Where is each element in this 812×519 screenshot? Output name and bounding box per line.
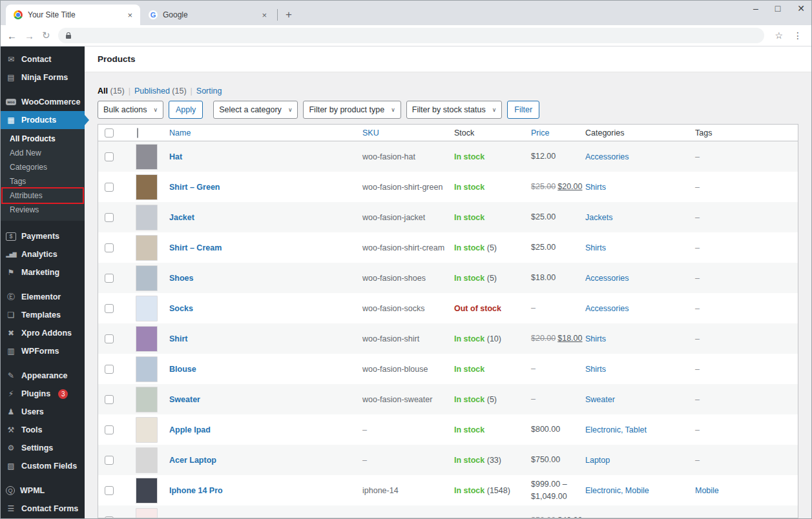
product-name-link[interactable]: Acer Laptop (169, 456, 216, 465)
product-name-link[interactable]: Socks (169, 304, 193, 313)
view-sorting[interactable]: Sorting (196, 86, 222, 96)
filter-button[interactable]: Filter (507, 101, 539, 119)
row-checkbox[interactable] (105, 365, 114, 374)
product-name-link[interactable]: Shirt – Green (169, 183, 220, 192)
column-header-name[interactable]: Name (169, 128, 362, 137)
product-categories-link[interactable]: Shirts (585, 183, 606, 192)
product-categories-link[interactable]: Shirts (585, 334, 606, 343)
product-categories-link[interactable]: Laptop (585, 456, 610, 465)
sidebar-item-woocommerce[interactable]: wooWooCommerce (1, 93, 85, 111)
stock-status-select[interactable]: Filter by stock status∨ (406, 101, 503, 119)
product-categories-link[interactable]: Shirts (585, 365, 606, 374)
back-button[interactable]: ← (7, 30, 17, 41)
sidebar-item-custom-fields[interactable]: ▨Custom Fields (1, 457, 85, 475)
row-checkbox[interactable] (105, 334, 114, 343)
product-categories-link[interactable]: Accessories (585, 152, 629, 161)
sidebar-item-marketing[interactable]: ⚑Marketing (1, 263, 85, 281)
row-checkbox[interactable] (105, 425, 114, 434)
apply-button[interactable]: Apply (169, 101, 203, 119)
submenu-item-attributes[interactable]: Attributes (1, 188, 85, 203)
submenu-item-categories[interactable]: Categories (1, 160, 85, 174)
sidebar-item-contact-forms[interactable]: ☰Contact Forms (1, 500, 85, 518)
row-checkbox[interactable] (105, 486, 114, 495)
column-header-price[interactable]: Price (531, 128, 585, 137)
row-checkbox[interactable] (105, 274, 114, 283)
sidebar-item-xpro-addons[interactable]: ✖Xpro Addons (1, 324, 85, 342)
product-name-link[interactable]: Shirt – Cream (169, 243, 222, 252)
chevron-down-icon: ∨ (391, 107, 395, 113)
sidebar-item-users[interactable]: ♟Users (1, 403, 85, 421)
product-price: $25.00 (531, 241, 585, 253)
product-categories-link[interactable]: Jackets (585, 213, 612, 222)
submenu-item-tags[interactable]: Tags (1, 174, 85, 188)
new-tab-button[interactable]: + (280, 8, 297, 21)
product-categories-link[interactable]: Accessories (585, 274, 629, 283)
window-minimize-button[interactable]: – (753, 3, 758, 14)
product-name-link[interactable]: Apple Ipad (169, 425, 211, 434)
product-name-link[interactable]: Hat (169, 152, 182, 161)
product-categories-link[interactable]: Electronic, Mobile (585, 486, 649, 495)
submenu-item-reviews[interactable]: Reviews (1, 203, 85, 217)
category-select[interactable]: Select a category∨ (213, 101, 298, 119)
product-categories-link[interactable]: headphone (585, 516, 626, 519)
forward-button[interactable]: → (25, 30, 34, 41)
menu-separator (1, 86, 85, 93)
sidebar-item-products[interactable]: ▦Products (1, 111, 85, 129)
product-tag-link[interactable]: Mobile (695, 486, 719, 495)
product-name-link[interactable]: Sweater (169, 395, 200, 404)
tab-close-icon[interactable]: × (126, 10, 134, 20)
browser-menu-icon[interactable]: ⋮ (791, 30, 805, 41)
product-categories-link[interactable]: Sweater (585, 395, 615, 404)
row-checkbox[interactable] (105, 243, 114, 252)
view-all[interactable]: All (15) (98, 86, 125, 96)
product-categories-link[interactable]: Shirts (585, 243, 606, 252)
sidebar-item-contact[interactable]: ✉Contact (1, 50, 85, 68)
sidebar-item-payments[interactable]: $Payments (1, 227, 85, 245)
product-name-link[interactable]: Jacket (169, 213, 194, 222)
row-checkbox[interactable] (105, 183, 114, 192)
submenu-item-all-products[interactable]: All Products (1, 132, 85, 146)
submenu-item-add-new[interactable]: Add New (1, 146, 85, 160)
sidebar-item-label: Users (21, 407, 44, 416)
sidebar-item-templates[interactable]: ❏Templates (1, 306, 85, 324)
select-all-checkbox[interactable] (105, 128, 114, 137)
row-checkbox[interactable] (105, 516, 114, 519)
row-checkbox[interactable] (105, 456, 114, 465)
bulk-actions-select[interactable]: Bulk actions∨ (98, 101, 163, 119)
sidebar-item-label: WooCommerce (21, 97, 80, 107)
sidebar-item-plugins[interactable]: ⚡Plugins3 (1, 385, 85, 403)
product-name-link[interactable]: Shoes (169, 274, 194, 283)
product-name-link[interactable]: Shirt (169, 334, 187, 343)
table-row: Hatwoo-fasion-hatIn stock$12.00Accessori… (98, 141, 798, 172)
sidebar-item-appearance[interactable]: ✎Appearance (1, 367, 85, 385)
row-checkbox[interactable] (105, 213, 114, 222)
sidebar-item-settings[interactable]: ⚙Settings (1, 439, 85, 457)
sidebar-item-ninja-forms[interactable]: ▤Ninja Forms (1, 68, 85, 86)
row-checkbox[interactable] (105, 304, 114, 313)
sidebar-item-wpforms[interactable]: ▥WPForms (1, 342, 85, 360)
row-checkbox[interactable] (105, 395, 114, 404)
reload-button[interactable]: ↻ (42, 30, 50, 41)
sidebar-item-analytics[interactable]: ▂▅▇Analytics (1, 245, 85, 263)
bookmark-star-icon[interactable]: ☆ (775, 30, 783, 41)
tab-google[interactable]: G Google × (140, 5, 275, 25)
window-close-button[interactable]: ✕ (797, 3, 805, 14)
product-stock: In stock (454, 425, 531, 434)
product-name-link[interactable]: Iphone 14 Pro (169, 486, 223, 495)
product-name-link[interactable]: Music Headphone (169, 516, 238, 519)
column-header-sku[interactable]: SKU (362, 128, 454, 137)
sidebar-item-elementor[interactable]: ⒺElementor (1, 288, 85, 306)
row-checkbox[interactable] (105, 152, 114, 161)
product-name-link[interactable]: Blouse (169, 365, 196, 374)
sidebar-item-wpml[interactable]: QWPML (1, 482, 85, 500)
tab-your-site-title[interactable]: Your Site Title × (6, 5, 140, 25)
view-published[interactable]: Published (15) (134, 86, 187, 96)
product-tag-link[interactable]: headphones (695, 516, 740, 519)
sidebar-item-tools[interactable]: ⚒Tools (1, 421, 85, 439)
product-type-select[interactable]: Filter by product type∨ (303, 101, 401, 119)
product-categories-link[interactable]: Accessories (585, 304, 629, 313)
tab-close-icon[interactable]: × (260, 10, 268, 20)
product-categories-link[interactable]: Electronic, Tablet (585, 425, 647, 434)
address-bar[interactable] (58, 28, 765, 43)
window-maximize-button[interactable]: □ (775, 3, 780, 14)
